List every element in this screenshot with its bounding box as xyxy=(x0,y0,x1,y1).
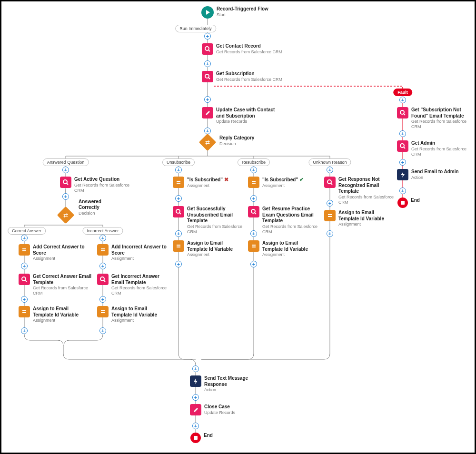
add-icon[interactable]: + xyxy=(21,263,28,269)
node-reply-category[interactable]: ⇄ Reply Category Decision xyxy=(201,136,254,148)
assignment-icon xyxy=(97,244,109,256)
add-icon[interactable]: + xyxy=(204,96,211,103)
action-icon xyxy=(190,375,201,387)
node-add-incorrect[interactable]: Add Incorrect Answer to Score Assignment xyxy=(97,244,171,261)
svg-rect-27 xyxy=(101,310,105,311)
node-is-subscribed-true[interactable]: "Is Subscribed"✔ Assignment xyxy=(248,177,315,188)
node-end[interactable]: End xyxy=(190,433,213,443)
svg-rect-30 xyxy=(177,183,180,184)
svg-rect-40 xyxy=(252,247,256,247)
add-icon[interactable]: + xyxy=(192,394,199,401)
decision-icon: ⇄ xyxy=(57,207,75,224)
svg-line-49 xyxy=(404,147,405,148)
svg-point-48 xyxy=(400,144,404,148)
add-icon[interactable]: + xyxy=(21,296,28,303)
node-end-fault[interactable]: End xyxy=(397,197,420,208)
add-icon[interactable]: + xyxy=(21,327,28,334)
add-icon[interactable]: + xyxy=(327,200,333,207)
start-title: Record-Triggered Flow xyxy=(217,6,268,12)
svg-point-25 xyxy=(100,277,104,281)
node-assign-tmpl4[interactable]: Assign to Email Template Id Variable Ass… xyxy=(248,240,319,257)
svg-line-14 xyxy=(208,78,210,79)
add-icon[interactable]: + xyxy=(192,365,199,372)
node-assign-tmpl1[interactable]: Assign to Email Template Id Variable Ass… xyxy=(19,306,90,323)
node-get-resume-tmpl[interactable]: Get Resume Practice Exam Questions Email… xyxy=(248,206,319,235)
add-icon[interactable]: + xyxy=(62,193,69,200)
node-get-unsub-tmpl[interactable]: Get Successfully Unsubscribed Email Temp… xyxy=(173,206,244,235)
add-icon[interactable]: + xyxy=(175,230,182,237)
node-is-subscribed-false[interactable]: "Is Subscribed"✖ Assignment xyxy=(173,177,239,188)
svg-point-19 xyxy=(22,277,26,281)
node-update-case[interactable]: Update Case with Contact and Subscriptio… xyxy=(202,107,278,124)
node-get-contact[interactable]: Get Contact Record Get Records from Sale… xyxy=(202,43,282,55)
node-close-case[interactable]: Close Case Update Records xyxy=(190,404,266,415)
node-get-correct-tmpl[interactable]: Get Correct Answer Email Template Get Re… xyxy=(19,274,92,296)
node-get-subscription[interactable]: Get Subscription Get Records from Salesf… xyxy=(202,71,282,82)
get-records-icon xyxy=(202,71,213,82)
svg-rect-36 xyxy=(252,183,256,184)
add-icon[interactable]: + xyxy=(204,33,211,39)
svg-rect-24 xyxy=(101,250,105,251)
add-icon[interactable]: + xyxy=(399,159,406,166)
svg-point-31 xyxy=(176,209,180,213)
node-get-active-question[interactable]: Get Active Question Get Records from Sal… xyxy=(60,177,136,193)
node-add-correct[interactable]: Add Correct Answer to Score Assignment xyxy=(19,244,90,261)
assignment-icon xyxy=(173,177,184,188)
action-icon xyxy=(397,169,408,180)
get-records-icon xyxy=(324,177,336,188)
add-icon[interactable]: + xyxy=(175,195,182,202)
add-icon[interactable]: + xyxy=(62,167,69,173)
get-records-icon xyxy=(19,274,30,285)
flow-canvas[interactable]: Record-Triggered Flow Start Run Immediat… xyxy=(0,0,476,454)
start-node[interactable]: Record-Triggered Flow Start xyxy=(201,6,268,19)
add-icon[interactable]: + xyxy=(99,327,106,334)
assignment-icon xyxy=(173,240,184,252)
assignment-icon xyxy=(97,306,109,317)
add-icon[interactable]: + xyxy=(327,167,333,173)
add-icon[interactable]: + xyxy=(399,130,406,137)
add-icon[interactable]: + xyxy=(175,261,182,267)
add-icon[interactable]: + xyxy=(175,167,182,173)
start-sub: Start xyxy=(217,12,268,18)
node-get-incorrect-tmpl[interactable]: Get Incorrect Answer Email Template Get … xyxy=(97,274,171,296)
svg-point-13 xyxy=(205,74,209,78)
node-send-text[interactable]: Send Text Message Response Action xyxy=(190,375,266,393)
add-icon[interactable]: + xyxy=(327,230,333,237)
decision-icon: ⇄ xyxy=(199,134,217,151)
add-icon[interactable]: + xyxy=(250,261,257,267)
get-records-icon xyxy=(173,206,184,217)
add-icon[interactable]: + xyxy=(250,230,257,237)
add-icon[interactable]: + xyxy=(99,263,106,269)
assignment-icon xyxy=(324,210,336,221)
svg-rect-29 xyxy=(177,181,180,182)
node-answered-correctly[interactable]: ⇄ Answered Correctly Decision xyxy=(60,209,72,221)
add-icon[interactable]: + xyxy=(204,128,211,134)
node-assign-tmpl2[interactable]: Assign to Email Template Id Variable Ass… xyxy=(97,306,169,323)
node-get-sub-nf[interactable]: Get "Subscription Not Found" Email Templ… xyxy=(397,107,471,130)
svg-line-47 xyxy=(404,114,405,115)
add-icon[interactable]: + xyxy=(250,195,257,202)
cross-icon: ✖ xyxy=(224,177,228,182)
node-get-admin[interactable]: Get Admin Get Records from Salesforce CR… xyxy=(397,140,471,157)
add-icon[interactable]: + xyxy=(399,188,406,194)
add-icon[interactable]: + xyxy=(204,60,211,67)
svg-rect-22 xyxy=(22,312,26,313)
check-icon: ✔ xyxy=(299,177,304,182)
add-icon[interactable]: + xyxy=(99,296,106,303)
add-icon[interactable]: + xyxy=(399,97,406,103)
add-icon[interactable]: + xyxy=(250,167,257,173)
svg-point-11 xyxy=(205,47,209,50)
get-records-icon xyxy=(97,274,109,285)
update-records-icon xyxy=(202,107,213,118)
end-icon xyxy=(397,197,408,208)
svg-rect-33 xyxy=(177,245,180,246)
node-assign-tmpl3[interactable]: Assign to Email Template Id Variable Ass… xyxy=(173,240,244,257)
node-assign-tmpl5[interactable]: Assign to Email Template Id Variable Ass… xyxy=(324,210,396,227)
add-icon[interactable]: + xyxy=(192,423,199,429)
svg-rect-35 xyxy=(252,181,256,182)
node-send-admin[interactable]: Send Email to Admin Action xyxy=(397,169,471,180)
node-get-unrecog-tmpl[interactable]: Get Response Not Recognized Email Templa… xyxy=(324,177,396,205)
add-icon[interactable]: + xyxy=(21,235,28,241)
add-icon[interactable]: + xyxy=(99,235,106,241)
svg-rect-43 xyxy=(328,214,332,215)
